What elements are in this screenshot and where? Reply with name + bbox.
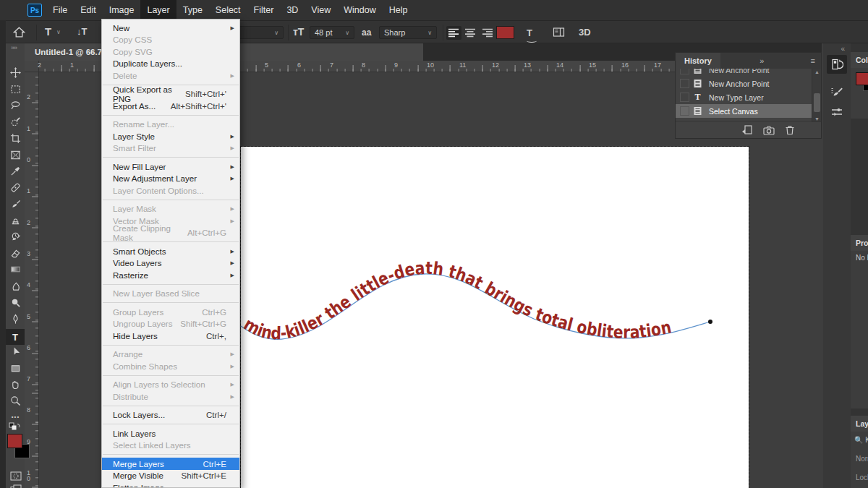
color-panel-header[interactable]: Colo bbox=[851, 52, 868, 68]
menu-item-quick-export-as-png[interactable]: Quick Export as PNGShift+Ctrl+' bbox=[102, 88, 239, 100]
history-panel-icon[interactable] bbox=[827, 55, 847, 74]
new-snapshot-camera-icon[interactable] bbox=[763, 125, 775, 135]
tool-preset-chevron-icon[interactable]: ∨ bbox=[56, 29, 61, 35]
zoom-tool[interactable] bbox=[9, 395, 22, 407]
menu-item-new-fill-layer[interactable]: New Fill Layer▶ bbox=[102, 160, 239, 173]
history-source-checkbox[interactable] bbox=[680, 79, 689, 88]
menu-item-merge-layers[interactable]: Merge LayersCtrl+E bbox=[102, 458, 239, 470]
history-state-new-type-layer[interactable]: TNew Type Layer bbox=[676, 90, 821, 104]
menu-item-video-layers[interactable]: Video Layers▶ bbox=[102, 257, 239, 270]
menu-item-link-layers[interactable]: Link Layers bbox=[102, 427, 239, 440]
tool-preset-icon[interactable]: T bbox=[45, 25, 51, 38]
delete-state-trash-icon[interactable] bbox=[785, 124, 795, 135]
menubar-item-help[interactable]: Help bbox=[383, 0, 414, 20]
scrollbar-thumb[interactable] bbox=[814, 93, 820, 112]
scroll-up-icon[interactable]: ▲ bbox=[814, 69, 820, 74]
panel-expand-icon[interactable]: » bbox=[760, 56, 764, 65]
menu-item-rasterize[interactable]: Rasterize▶ bbox=[102, 269, 239, 281]
layer-filter-search[interactable]: 🔍 K bbox=[854, 436, 868, 444]
blend-mode-dropdown[interactable]: Norm bbox=[856, 455, 868, 463]
menu-item-new[interactable]: New▶ bbox=[102, 22, 239, 34]
align-left-button[interactable] bbox=[446, 26, 461, 40]
ruler-origin-corner[interactable] bbox=[25, 61, 39, 72]
anti-alias-dropdown[interactable]: Sharp∨ bbox=[379, 26, 437, 39]
menubar-item-view[interactable]: View bbox=[305, 0, 337, 20]
dodge-tool[interactable] bbox=[9, 296, 22, 309]
menubar-item-filter[interactable]: Filter bbox=[247, 0, 281, 20]
history-source-checkbox[interactable] bbox=[680, 106, 689, 116]
text-orientation-icon[interactable]: ↓T bbox=[77, 26, 87, 37]
crop-tool[interactable] bbox=[9, 132, 22, 145]
menubar-item-file[interactable]: File bbox=[46, 0, 74, 20]
photoshop-logo[interactable]: Ps bbox=[27, 4, 42, 17]
spot-healing-brush-tool[interactable] bbox=[9, 181, 22, 194]
gradient-tool[interactable] bbox=[9, 263, 22, 275]
canvas[interactable]: mind-killer the little-death that brings… bbox=[241, 147, 749, 488]
quick-selection-tool[interactable] bbox=[9, 116, 22, 128]
default-colors-icon[interactable] bbox=[9, 422, 21, 432]
eraser-tool[interactable] bbox=[9, 247, 22, 260]
panel-menu-icon[interactable]: ≡ bbox=[811, 56, 815, 65]
history-scrollbar[interactable]: ▲ ▼ bbox=[812, 69, 821, 122]
menu-item-layer-style[interactable]: Layer Style▶ bbox=[102, 130, 239, 142]
text-color-swatch[interactable] bbox=[496, 26, 514, 39]
path-text[interactable]: mind-killer the little-death that brings… bbox=[241, 258, 673, 344]
lasso-tool[interactable] bbox=[9, 99, 22, 111]
new-document-from-state-icon[interactable] bbox=[741, 124, 753, 135]
menu-item-new-adjustment-layer[interactable]: New Adjustment Layer▶ bbox=[102, 173, 239, 185]
clone-source-panel-icon[interactable] bbox=[827, 103, 847, 121]
history-state-select-canvas[interactable]: Select Canvas bbox=[676, 104, 821, 118]
clone-stamp-tool[interactable] bbox=[9, 214, 22, 226]
menu-item-duplicate-layers[interactable]: Duplicate Layers... bbox=[102, 58, 239, 70]
menubar-item-layer[interactable]: Layer bbox=[140, 0, 176, 20]
toggle-panels-icon[interactable] bbox=[553, 27, 565, 38]
type-tool[interactable]: T bbox=[6, 329, 25, 345]
menubar-item-image[interactable]: Image bbox=[103, 0, 141, 20]
history-brush-tool[interactable] bbox=[9, 231, 22, 243]
menubar-item-edit[interactable]: Edit bbox=[74, 0, 103, 20]
move-tool[interactable] bbox=[9, 67, 22, 79]
align-center-button[interactable] bbox=[463, 26, 478, 40]
home-icon[interactable] bbox=[13, 26, 25, 38]
brush-settings-panel-icon[interactable] bbox=[827, 83, 847, 102]
eyedropper-tool[interactable] bbox=[9, 165, 22, 177]
brush-tool[interactable] bbox=[9, 198, 22, 210]
menu-item-lock-layers[interactable]: Lock Layers...Ctrl+/ bbox=[102, 409, 239, 421]
menu-item-merge-visible[interactable]: Merge VisibleShift+Ctrl+E bbox=[102, 470, 239, 482]
screen-mode-icon[interactable] bbox=[9, 483, 22, 488]
pen-tool[interactable] bbox=[9, 313, 22, 325]
hand-tool[interactable] bbox=[9, 378, 22, 390]
3d-mode-button[interactable]: 3D bbox=[579, 27, 591, 38]
menubar-item-3d[interactable]: 3D bbox=[280, 0, 305, 20]
properties-panel-header[interactable]: Prop bbox=[851, 235, 868, 251]
menubar-item-select[interactable]: Select bbox=[209, 0, 247, 20]
quick-mask-icon[interactable] bbox=[9, 470, 22, 482]
smudge-tool[interactable] bbox=[9, 280, 22, 292]
rectangular-marquee-tool[interactable] bbox=[9, 83, 22, 95]
frame-tool[interactable] bbox=[9, 149, 22, 161]
menubar-item-window[interactable]: Window bbox=[337, 0, 382, 20]
path-anchor-point[interactable] bbox=[708, 320, 712, 324]
foreground-color-swatch[interactable] bbox=[856, 72, 868, 85]
edit-toolbar-ellipsis[interactable]: ••• bbox=[9, 411, 22, 423]
menu-item-flatten-image[interactable]: Flatten Image bbox=[102, 481, 239, 488]
layers-panel-header[interactable]: Laye bbox=[851, 416, 868, 432]
font-size-icon: ᴛT bbox=[293, 26, 304, 38]
menu-item-smart-objects[interactable]: Smart Objects▶ bbox=[102, 245, 239, 257]
rectangle-tool[interactable] bbox=[9, 362, 22, 374]
menu-item-export-as[interactable]: Export As...Alt+Shift+Ctrl+' bbox=[102, 100, 239, 112]
menu-item-hide-layers[interactable]: Hide LayersCtrl+, bbox=[102, 330, 239, 342]
history-source-checkbox[interactable] bbox=[680, 93, 689, 102]
warp-text-icon[interactable]: T bbox=[527, 26, 537, 43]
toolbar-collapse-icon[interactable]: »» bbox=[11, 44, 17, 51]
collapse-panels-icon[interactable]: « bbox=[841, 45, 845, 53]
history-state-new-anchor-point[interactable]: New Anchor Point bbox=[676, 69, 821, 77]
path-selection-tool[interactable] bbox=[9, 346, 22, 358]
foreground-color-swatch[interactable] bbox=[7, 434, 22, 448]
menubar-item-type[interactable]: Type bbox=[176, 0, 209, 20]
history-panel-tab[interactable]: History bbox=[676, 53, 720, 69]
history-source-checkbox[interactable] bbox=[680, 69, 689, 74]
align-right-button[interactable] bbox=[480, 26, 495, 40]
font-size-dropdown[interactable]: 48 pt∨ bbox=[310, 26, 354, 39]
history-state-new-anchor-point[interactable]: New Anchor Point bbox=[676, 77, 821, 90]
